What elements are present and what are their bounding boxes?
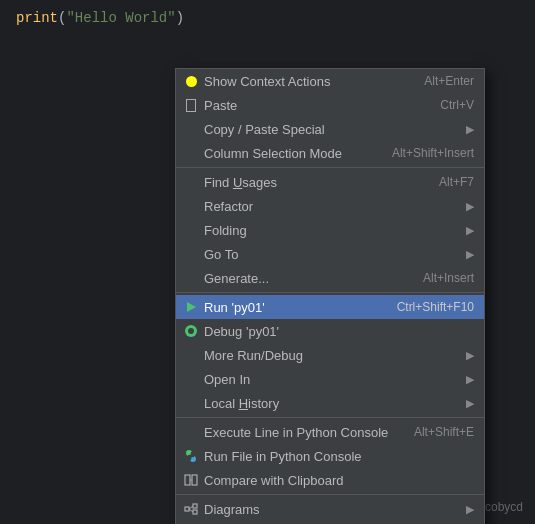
menu-item-column-selection-mode[interactable]: Column Selection Mode Alt+Shift+Insert bbox=[176, 141, 484, 165]
menu-label: Show Context Actions bbox=[204, 74, 330, 89]
menu-shortcut: Alt+Shift+Insert bbox=[392, 146, 474, 160]
svg-line-12 bbox=[189, 509, 193, 512]
menu-label: Column Selection Mode bbox=[204, 146, 342, 161]
menu-item-run-file-python[interactable]: Run File in Python Console bbox=[176, 444, 484, 468]
run-icon bbox=[182, 302, 200, 312]
menu-item-copy-paste-special[interactable]: Copy / Paste Special ▶ bbox=[176, 117, 484, 141]
menu-shortcut: Alt+Enter bbox=[424, 74, 474, 88]
menu-label: Open In bbox=[204, 372, 250, 387]
menu-label: Refactor bbox=[204, 199, 253, 214]
menu-item-refactor[interactable]: Refactor ▶ bbox=[176, 194, 484, 218]
context-menu: Show Context Actions Alt+Enter Paste Ctr… bbox=[175, 68, 485, 524]
menu-shortcut: Ctrl+V bbox=[440, 98, 474, 112]
menu-label: More Run/Debug bbox=[204, 348, 303, 363]
menu-label: Compare with Clipboard bbox=[204, 473, 343, 488]
menu-divider bbox=[176, 292, 484, 293]
menu-item-generate[interactable]: Generate... Alt+Insert bbox=[176, 266, 484, 290]
menu-label: Find Usages bbox=[204, 175, 277, 190]
menu-shortcut: Alt+Shift+E bbox=[414, 425, 474, 439]
menu-shortcut: Alt+Insert bbox=[423, 271, 474, 285]
code-string: "Hello World" bbox=[66, 10, 175, 26]
menu-divider bbox=[176, 167, 484, 168]
menu-item-paste[interactable]: Paste Ctrl+V bbox=[176, 93, 484, 117]
submenu-arrow: ▶ bbox=[466, 123, 474, 136]
menu-item-more-run-debug[interactable]: More Run/Debug ▶ bbox=[176, 343, 484, 367]
menu-item-compare-clipboard[interactable]: Compare with Clipboard bbox=[176, 468, 484, 492]
menu-label: Paste bbox=[204, 98, 237, 113]
menu-label: Copy / Paste Special bbox=[204, 122, 325, 137]
bulb-icon bbox=[182, 76, 200, 87]
menu-label: Debug 'py01' bbox=[204, 324, 279, 339]
svg-line-11 bbox=[189, 506, 193, 509]
svg-rect-6 bbox=[192, 475, 197, 485]
menu-label: Run File in Python Console bbox=[204, 449, 362, 464]
svg-point-3 bbox=[187, 451, 191, 455]
compare-icon bbox=[182, 473, 200, 487]
menu-label: Go To bbox=[204, 247, 238, 262]
python-icon bbox=[182, 449, 200, 463]
submenu-arrow: ▶ bbox=[466, 200, 474, 213]
paste-icon bbox=[182, 99, 200, 112]
svg-rect-10 bbox=[193, 510, 197, 514]
svg-rect-8 bbox=[185, 507, 189, 511]
menu-label: Local History bbox=[204, 396, 279, 411]
menu-item-run-py01[interactable]: Run 'py01' Ctrl+Shift+F10 bbox=[176, 295, 484, 319]
submenu-arrow: ▶ bbox=[466, 503, 474, 516]
diagrams-icon bbox=[182, 502, 200, 516]
submenu-arrow: ▶ bbox=[466, 373, 474, 386]
submenu-arrow: ▶ bbox=[466, 349, 474, 362]
menu-label: Generate... bbox=[204, 271, 269, 286]
menu-shortcut: Ctrl+Shift+F10 bbox=[397, 300, 474, 314]
svg-rect-9 bbox=[193, 504, 197, 508]
svg-point-4 bbox=[191, 457, 195, 461]
menu-label: Execute Line in Python Console bbox=[204, 425, 388, 440]
code-function: print bbox=[16, 10, 58, 26]
menu-item-go-to[interactable]: Go To ▶ bbox=[176, 242, 484, 266]
menu-shortcut: Alt+F7 bbox=[439, 175, 474, 189]
menu-label: Run 'py01' bbox=[204, 300, 265, 315]
menu-divider bbox=[176, 417, 484, 418]
menu-item-diagrams[interactable]: Diagrams ▶ bbox=[176, 497, 484, 521]
menu-divider bbox=[176, 494, 484, 495]
menu-item-find-usages[interactable]: Find Usages Alt+F7 bbox=[176, 170, 484, 194]
svg-rect-5 bbox=[185, 475, 190, 485]
debug-icon bbox=[182, 325, 200, 337]
code-line: print("Hello World") bbox=[16, 10, 184, 26]
submenu-arrow: ▶ bbox=[466, 397, 474, 410]
menu-label: Diagrams bbox=[204, 502, 260, 517]
menu-item-folding[interactable]: Folding ▶ bbox=[176, 218, 484, 242]
menu-item-local-history[interactable]: Local History ▶ bbox=[176, 391, 484, 415]
menu-item-debug-py01[interactable]: Debug 'py01' bbox=[176, 319, 484, 343]
menu-label: Folding bbox=[204, 223, 247, 238]
menu-item-execute-line[interactable]: Execute Line in Python Console Alt+Shift… bbox=[176, 420, 484, 444]
submenu-arrow: ▶ bbox=[466, 248, 474, 261]
submenu-arrow: ▶ bbox=[466, 224, 474, 237]
menu-item-show-context-actions[interactable]: Show Context Actions Alt+Enter bbox=[176, 69, 484, 93]
menu-item-open-in[interactable]: Open In ▶ bbox=[176, 367, 484, 391]
